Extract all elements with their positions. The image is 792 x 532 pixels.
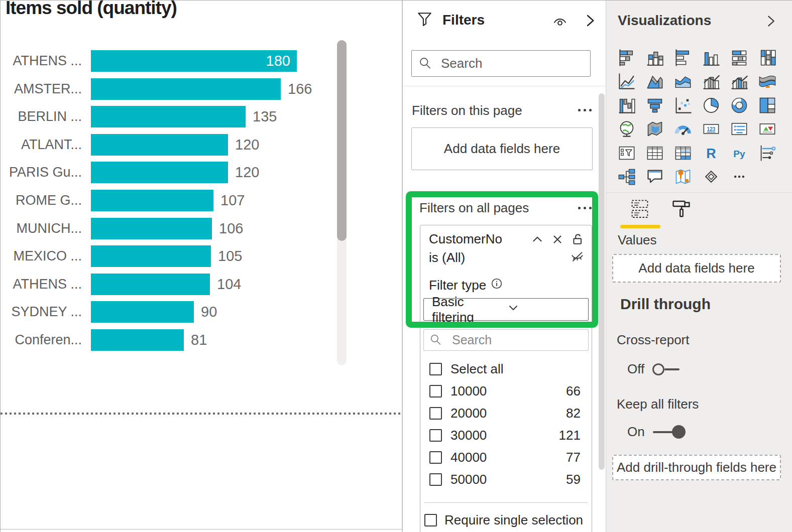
svg-text:R: R	[706, 146, 716, 161]
bar[interactable]	[91, 274, 210, 295]
stacked-column-chart-icon[interactable]	[645, 48, 664, 67]
close-icon[interactable]	[551, 233, 564, 246]
arcgis-map-icon[interactable]	[673, 167, 693, 186]
hundred-percent-stacked-bar-chart-icon[interactable]	[730, 48, 749, 67]
filters-search-box[interactable]	[411, 50, 591, 77]
chevron-up-icon[interactable]	[531, 233, 544, 246]
add-data-fields-dropzone[interactable]: Add data fields here	[411, 127, 593, 170]
pie-chart-icon[interactable]	[702, 96, 721, 115]
category-label: AMSTER...	[1, 78, 82, 100]
funnel-chart-icon[interactable]	[645, 96, 664, 115]
bar[interactable]	[91, 134, 228, 156]
line-chart-icon[interactable]	[617, 72, 636, 91]
select-all-row[interactable]: Select all	[423, 358, 589, 380]
area-chart-icon[interactable]	[645, 72, 664, 91]
clustered-column-chart-icon[interactable]	[702, 48, 721, 67]
more-options-icon[interactable]	[575, 207, 592, 209]
bar[interactable]: 180	[91, 50, 297, 72]
decomposition-tree-icon[interactable]	[617, 167, 636, 186]
fields-tab[interactable]	[629, 198, 651, 220]
line-and-clustered-column-chart-icon[interactable]	[730, 72, 749, 91]
more-visuals-icon[interactable]	[730, 167, 749, 186]
filters-scrollbar-thumb[interactable]	[599, 93, 605, 470]
stacked-bar-chart-icon[interactable]	[617, 48, 636, 67]
filter-value-row[interactable]: 2000082	[423, 402, 589, 424]
filter-value-checkbox[interactable]	[429, 407, 442, 420]
slicer-icon[interactable]	[617, 144, 636, 163]
card-icon[interactable]: 123	[702, 119, 721, 139]
matrix-icon[interactable]	[673, 144, 693, 163]
filters-this-page-title: Filters on this page	[412, 103, 522, 118]
line-and-stacked-column-chart-icon[interactable]	[702, 72, 721, 91]
select-all-checkbox[interactable]	[429, 363, 442, 375]
kpi-icon[interactable]	[758, 119, 777, 139]
value-label: 107	[220, 190, 245, 211]
bar[interactable]	[91, 162, 228, 183]
filters-search-input[interactable]	[440, 55, 584, 72]
format-tab[interactable]	[670, 198, 693, 220]
bar[interactable]	[91, 190, 213, 211]
drill-through-title: Drill through	[620, 296, 711, 313]
paginated-report-icon[interactable]	[758, 144, 777, 163]
cross-report-toggle[interactable]	[652, 363, 680, 375]
bar[interactable]	[91, 218, 212, 239]
filter-value-row[interactable]: 30000121	[423, 424, 589, 446]
bar[interactable]	[91, 329, 184, 351]
eye-icon[interactable]	[552, 14, 568, 32]
treemap-icon[interactable]	[758, 96, 777, 115]
filters-all-pages-title: Filters on all pages	[419, 200, 529, 216]
category-label: ATHENS ...	[1, 274, 82, 295]
filter-type-dropdown[interactable]: Basic filtering	[423, 298, 589, 321]
filter-values-search-box[interactable]	[423, 329, 589, 351]
eye-slash-icon[interactable]	[571, 250, 584, 265]
hundred-percent-stacked-column-chart-icon[interactable]	[758, 48, 777, 67]
filter-value-row[interactable]: 5000059	[423, 468, 589, 490]
values-dropzone[interactable]: Add data fields here	[612, 254, 781, 283]
visualizations-collapse-icon[interactable]	[764, 14, 778, 30]
keep-all-filters-toggle[interactable]	[653, 425, 686, 439]
drill-through-dropzone[interactable]: Add drill-through fields here	[612, 455, 781, 480]
q-and-a-icon[interactable]	[645, 167, 664, 186]
gauge-icon[interactable]	[673, 119, 693, 139]
filter-value-row[interactable]: 4000077	[423, 446, 589, 468]
r-script-visual-icon[interactable]: R	[702, 144, 721, 163]
svg-text:123: 123	[707, 126, 716, 132]
stacked-area-chart-icon[interactable]	[673, 72, 693, 91]
filter-value-checkbox[interactable]	[429, 473, 442, 486]
require-single-selection-row[interactable]: Require single selection	[423, 512, 589, 528]
filter-value-checkbox[interactable]	[429, 451, 442, 464]
cross-report-toggle-row: Off	[627, 361, 680, 377]
filter-values-search-input[interactable]	[451, 332, 583, 348]
more-options-icon[interactable]	[575, 109, 592, 111]
filter-value-checkbox[interactable]	[429, 385, 442, 397]
scatter-chart-icon[interactable]	[673, 96, 693, 115]
bar[interactable]	[91, 245, 211, 267]
bar[interactable]	[91, 106, 246, 127]
filters-pane: Filters Filters on this page Add data fi…	[402, 1, 606, 532]
filter-value-row[interactable]: 1000066	[423, 380, 589, 402]
filter-value-label: 40000	[450, 450, 487, 465]
filter-type-label: Filter type	[429, 278, 486, 293]
filters-collapse-icon[interactable]	[583, 13, 598, 30]
value-label: 105	[218, 245, 242, 267]
filter-value-checkbox[interactable]	[429, 429, 442, 442]
table-icon[interactable]	[645, 144, 664, 163]
chart-scrollbar-thumb[interactable]	[337, 40, 347, 241]
unlock-icon[interactable]	[571, 233, 584, 246]
visualizations-title: Visualizations	[618, 13, 711, 29]
filled-map-icon[interactable]	[645, 119, 664, 139]
waterfall-chart-icon[interactable]	[617, 96, 636, 115]
power-apps-icon[interactable]	[702, 167, 721, 186]
python-visual-icon[interactable]: Py	[730, 144, 749, 163]
ribbon-chart-icon[interactable]	[758, 72, 777, 91]
bar[interactable]	[91, 301, 194, 323]
multi-row-card-icon[interactable]	[730, 119, 749, 139]
bar[interactable]	[91, 78, 281, 100]
visualizations-pane: Visualizations 123RPy Values Add data fi…	[606, 1, 792, 532]
clustered-bar-chart-icon[interactable]	[673, 48, 693, 67]
require-single-selection-checkbox[interactable]	[424, 514, 437, 526]
info-icon[interactable]	[491, 278, 503, 293]
map-icon[interactable]	[617, 119, 636, 139]
value-label: 81	[191, 329, 207, 351]
donut-chart-icon[interactable]	[730, 96, 749, 115]
